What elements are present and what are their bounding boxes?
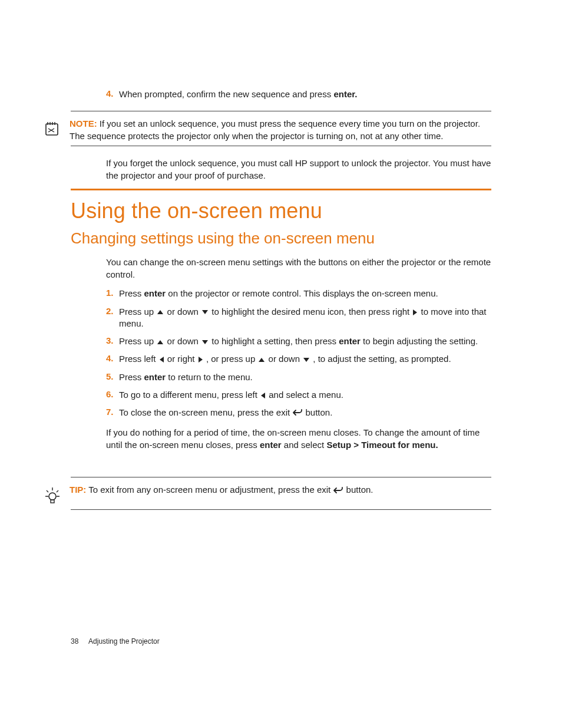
list-text: Press left or right , or press up or dow… xyxy=(119,353,451,365)
list-number: 4. xyxy=(106,353,119,365)
tip-label: TIP: xyxy=(70,485,86,495)
list-number: 6. xyxy=(106,389,119,401)
exit-icon xyxy=(333,485,343,497)
text: or right xyxy=(165,354,197,364)
tip-callout: TIP: To exit from any on-screen menu or … xyxy=(42,477,491,510)
section-divider xyxy=(71,189,491,190)
list-item: 2. Press up or down to highlight the des… xyxy=(106,306,491,330)
svg-rect-0 xyxy=(46,124,58,135)
bold-text: enter xyxy=(144,288,166,298)
tip-icon xyxy=(42,483,62,506)
list-item: 3. Press up or down to highlight a setti… xyxy=(106,335,491,347)
note-label: NOTE: xyxy=(70,118,97,129)
arrow-right-icon xyxy=(199,357,203,363)
arrow-down-icon xyxy=(202,310,208,314)
list-number: 3. xyxy=(106,335,119,347)
text: When prompted, confirm the new sequence … xyxy=(119,89,333,99)
list-number: 5. xyxy=(106,371,119,383)
text: on the projector or remote control. This… xyxy=(166,288,438,298)
arrow-up-icon xyxy=(157,340,163,344)
section-body: You can change the on-screen menu settin… xyxy=(106,256,491,451)
text: Press up xyxy=(119,336,156,346)
text: to highlight the desired menu icon, then… xyxy=(209,307,412,317)
list-number: 2. xyxy=(106,306,119,330)
text: or down xyxy=(164,336,201,346)
divider xyxy=(71,146,491,146)
text: button. xyxy=(303,407,332,417)
list-number: 1. xyxy=(106,288,119,299)
bold-text: enter xyxy=(260,440,282,450)
list-number: 7. xyxy=(106,407,119,419)
tip-body: TIP: To exit from any on-screen menu or … xyxy=(70,483,373,506)
arrow-down-icon xyxy=(202,340,208,344)
footer-section: Adjusting the Projector xyxy=(88,637,160,645)
bold-text: enter xyxy=(144,372,166,382)
text: Press left xyxy=(119,354,158,364)
body-block: If you forget the unlock sequence, you m… xyxy=(106,157,491,182)
note-body: NOTE: If you set an unlock sequence, you… xyxy=(70,117,491,142)
arrow-down-icon xyxy=(303,358,309,362)
paragraph: If you do nothing for a period of time, … xyxy=(106,426,491,451)
list-text: Press up or down to highlight the desire… xyxy=(119,306,491,330)
text: To close the on-screen menu, press the e… xyxy=(119,407,292,417)
arrow-up-icon xyxy=(259,358,265,362)
ordered-list: 1. Press enter on the projector or remot… xyxy=(106,288,491,419)
exit-icon xyxy=(292,407,303,419)
list-text: Press enter on the projector or remote c… xyxy=(119,288,438,299)
arrow-right-icon xyxy=(413,309,417,315)
bold-text: Setup > Timeout for menu. xyxy=(326,440,438,450)
list-text: To go to a different menu, press left an… xyxy=(119,389,343,401)
page-footer: 38 Adjusting the Projector xyxy=(71,637,160,645)
text: and select xyxy=(282,440,327,450)
text: to return to the menu. xyxy=(166,372,253,382)
arrow-up-icon xyxy=(157,310,163,314)
list-text: To close the on-screen menu, press the e… xyxy=(119,407,332,419)
paragraph: If you forget the unlock sequence, you m… xyxy=(106,157,491,182)
text: , or press up xyxy=(204,354,258,364)
text: to begin adjusting the setting. xyxy=(361,336,478,346)
divider xyxy=(71,111,491,111)
text: , to adjust the setting, as prompted. xyxy=(310,354,451,364)
note-text: If you set an unlock sequence, you must … xyxy=(70,118,480,141)
list-text: Press enter to return to the menu. xyxy=(119,371,253,383)
svg-point-1 xyxy=(49,493,56,500)
text: Press xyxy=(119,288,144,298)
text: To go to a different menu, press left xyxy=(119,390,260,400)
list-item: 4. Press left or right , or press up or … xyxy=(106,353,491,365)
note-icon xyxy=(42,117,62,142)
divider xyxy=(71,509,491,510)
bold-text: enter xyxy=(339,336,361,346)
heading-2: Changing settings using the on-screen me… xyxy=(71,229,491,248)
fragment-previous-list: 4. When prompted, confirm the new sequen… xyxy=(106,88,491,100)
list-item: 5. Press enter to return to the menu. xyxy=(106,371,491,383)
text: Press up xyxy=(119,307,156,317)
arrow-left-icon xyxy=(261,393,265,398)
text: or down xyxy=(164,307,201,317)
text: or down xyxy=(266,354,302,364)
list-item: 1. Press enter on the projector or remot… xyxy=(106,288,491,299)
list-item: 6. To go to a different menu, press left… xyxy=(106,389,491,401)
list-text: When prompted, confirm the new sequence … xyxy=(119,88,357,100)
text: Press xyxy=(119,372,144,382)
tip-text: button. xyxy=(343,485,373,495)
arrow-left-icon xyxy=(160,357,164,363)
list-item: 7. To close the on-screen menu, press th… xyxy=(106,407,491,419)
list-text: Press up or down to highlight a setting,… xyxy=(119,335,478,347)
document-page: 4. When prompted, confirm the new sequen… xyxy=(0,0,562,728)
text: and select a menu. xyxy=(266,390,343,400)
list-item: 4. When prompted, confirm the new sequen… xyxy=(106,88,491,100)
heading-1: Using the on-screen menu xyxy=(71,199,491,223)
text: to highlight a setting, then press xyxy=(209,336,339,346)
note-callout: NOTE: If you set an unlock sequence, you… xyxy=(42,111,491,146)
paragraph: You can change the on-screen menu settin… xyxy=(106,256,491,281)
divider xyxy=(71,477,491,477)
bold-text: enter. xyxy=(333,89,357,99)
page-number: 38 xyxy=(71,637,78,645)
list-number: 4. xyxy=(106,88,119,100)
tip-text: To exit from any on-screen menu or adjus… xyxy=(88,485,333,495)
